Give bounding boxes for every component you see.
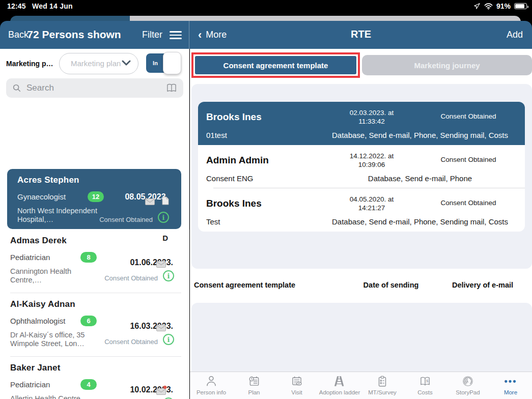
person-name: Al-Kaisy Adnan bbox=[10, 299, 75, 309]
consent-status: Consent Obtained bbox=[99, 216, 153, 223]
toggle-knob[interactable] bbox=[163, 52, 181, 74]
count-badge: 8 bbox=[80, 252, 97, 263]
toggle-in-label: In bbox=[146, 53, 164, 73]
svg-text:$: $ bbox=[426, 379, 429, 383]
tab-consent-agreement-template[interactable]: Consent agreement template bbox=[195, 56, 356, 74]
address-book-icon[interactable] bbox=[166, 83, 177, 93]
person-address: Allertin Health Centre, Smithdown Rd, Li… bbox=[10, 394, 102, 399]
count-badge: 4 bbox=[80, 379, 97, 390]
count-badge: 6 bbox=[80, 316, 97, 326]
status-bar: 12:45 Wed 14 Jun 91% bbox=[0, 0, 532, 14]
person-specialty: Gynaecologist bbox=[17, 192, 66, 201]
tab-visit[interactable]: Visit bbox=[275, 372, 318, 399]
consent-record[interactable]: Brooks Ines 04.05.2020. at 14:21:27 Cons… bbox=[198, 188, 525, 232]
person-list-panel: Marketing p… Marketing plan In Acres Ste… bbox=[0, 49, 189, 399]
marketing-plan-dropdown[interactable]: Marketing plan bbox=[59, 53, 138, 74]
consent-record[interactable]: Admin Admin 14.12.2022. at 10:39:06 Cons… bbox=[198, 145, 525, 188]
record-datetime: 04.05.2020. at 14:21:27 bbox=[323, 195, 420, 212]
document-icon bbox=[162, 196, 169, 205]
column-header-delivery: Delivery of e-mail bbox=[452, 281, 513, 289]
person-address: Dr Al-Kaisy´s office, 35 Wimpole Street,… bbox=[10, 331, 102, 348]
person-row-selected[interactable]: Acres Stephen Gynaecologist 12 North Wes… bbox=[7, 169, 181, 229]
in-out-toggle[interactable]: In bbox=[146, 53, 180, 73]
info-icon[interactable]: i bbox=[163, 334, 174, 345]
record-status: Consent Obtained bbox=[420, 108, 517, 120]
tab-more[interactable]: ••• More bbox=[489, 372, 532, 399]
chevron-down-icon bbox=[122, 60, 131, 66]
battery-percent: 91% bbox=[496, 2, 511, 10]
person-address: Cannington Health Centre,… bbox=[10, 267, 102, 284]
record-name: Admin Admin bbox=[206, 152, 323, 166]
person-specialty: Pediatrician bbox=[10, 380, 50, 389]
status-time: 12:45 bbox=[7, 2, 26, 10]
record-channels: Database, Send e-mail, Phone, Sending ma… bbox=[323, 131, 517, 139]
table-header-row: Consent agreement template Date of sendi… bbox=[190, 269, 532, 303]
marketing-plan-placeholder: Marketing plan bbox=[71, 59, 121, 68]
person-row[interactable]: Al-Kaisy Adnan Ophthalmologist 6 Dr Al-K… bbox=[0, 293, 189, 357]
plan-icon bbox=[247, 375, 261, 388]
consent-records-card: Brooks Ines 02.03.2023. at 11:33:42 Cons… bbox=[198, 102, 525, 232]
records-container: Brooks Ines 02.03.2023. at 11:33:42 Cons… bbox=[191, 84, 532, 269]
record-template: 01test bbox=[206, 131, 323, 139]
column-header-date-of-sending: Date of sending bbox=[363, 281, 419, 289]
wifi-icon bbox=[484, 3, 493, 10]
record-name: Brooks Ines bbox=[206, 108, 323, 123]
person-specialty: Pediatrician bbox=[10, 253, 50, 262]
mt-survey-icon bbox=[376, 375, 389, 388]
battery-icon bbox=[514, 3, 527, 9]
envelope-icon bbox=[156, 261, 166, 268]
column-header-template: Consent agreement template bbox=[194, 281, 295, 289]
consent-status: Consent Obtained bbox=[104, 274, 158, 282]
page-title: RTE bbox=[190, 28, 532, 40]
tab-person-info[interactable]: Person info bbox=[190, 372, 233, 399]
add-button[interactable]: Add bbox=[507, 30, 523, 40]
person-specialty: Ophthalmologist bbox=[10, 317, 65, 325]
tab-plan[interactable]: Plan bbox=[233, 372, 275, 399]
record-template: Consent ENG bbox=[206, 174, 323, 183]
search-icon bbox=[12, 83, 21, 93]
person-name: Baker Janet bbox=[10, 363, 61, 373]
storypad-icon bbox=[461, 375, 474, 388]
person-list: Acres Stephen Gynaecologist 12 North Wes… bbox=[0, 118, 189, 399]
record-status: Consent Obtained bbox=[420, 195, 517, 207]
person-row[interactable]: Baker Janet Pediatrician 4 Allertin Heal… bbox=[0, 357, 189, 399]
person-date: 16.03.2023. bbox=[130, 322, 173, 331]
person-row[interactable]: Admas Derek D Pediatrician 8 Cannington … bbox=[0, 230, 189, 293]
app-screen: 12:45 Wed 14 Jun 91% Back 72 Persons sho… bbox=[0, 0, 532, 399]
info-icon[interactable]: i bbox=[163, 270, 174, 281]
costs-icon: $ bbox=[418, 375, 432, 388]
status-time-date: 12:45 Wed 14 Jun bbox=[7, 2, 73, 10]
consent-record-selected[interactable]: Brooks Ines 02.03.2023. at 11:33:42 Cons… bbox=[198, 102, 525, 145]
envelope-icon bbox=[145, 198, 155, 205]
tab-marketing-journey[interactable]: Marketing journey bbox=[362, 55, 532, 75]
menu-icon[interactable] bbox=[170, 31, 182, 39]
tab-storypad[interactable]: StoryPad bbox=[446, 372, 489, 399]
envelope-icon bbox=[156, 388, 166, 395]
adoption-ladder-icon bbox=[333, 375, 346, 388]
person-name: Admas Derek bbox=[10, 236, 67, 246]
active-tab-highlight: Consent agreement template bbox=[191, 52, 360, 78]
bottom-tab-bar: Person info Plan Visit Adoption ladder M… bbox=[190, 372, 532, 399]
envelope-icon bbox=[156, 325, 166, 331]
info-icon[interactable]: i bbox=[158, 212, 169, 223]
marketing-plan-label: Marketing p… bbox=[6, 60, 53, 68]
record-datetime: 14.12.2022. at 10:39:06 bbox=[323, 152, 420, 169]
right-nav: ‹ More RTE Add bbox=[190, 21, 532, 49]
more-icon: ••• bbox=[505, 375, 517, 388]
left-nav: Back 72 Persons shown Filter bbox=[0, 21, 189, 49]
section-index-letter: D bbox=[162, 234, 168, 242]
person-info-icon bbox=[205, 375, 218, 388]
search-input[interactable] bbox=[25, 82, 162, 94]
record-datetime: 02.03.2023. at 11:33:42 bbox=[323, 108, 420, 126]
person-name: Acres Stephen bbox=[17, 175, 79, 185]
record-channels: Database, Send e-mail, Phone bbox=[323, 174, 517, 183]
navigation-bar: Back 72 Persons shown Filter ‹ More RTE … bbox=[0, 21, 532, 49]
tab-mt-survey[interactable]: MT/Survey bbox=[361, 372, 404, 399]
filter-button[interactable]: Filter bbox=[142, 30, 162, 40]
tab-costs[interactable]: $ Costs bbox=[404, 372, 446, 399]
search-bar[interactable] bbox=[6, 78, 183, 98]
tab-adoption-ladder[interactable]: Adoption ladder bbox=[318, 372, 361, 399]
person-address: North West Independent Hospital,… bbox=[17, 207, 109, 224]
count-badge: 12 bbox=[88, 191, 104, 202]
visit-icon bbox=[290, 375, 303, 388]
